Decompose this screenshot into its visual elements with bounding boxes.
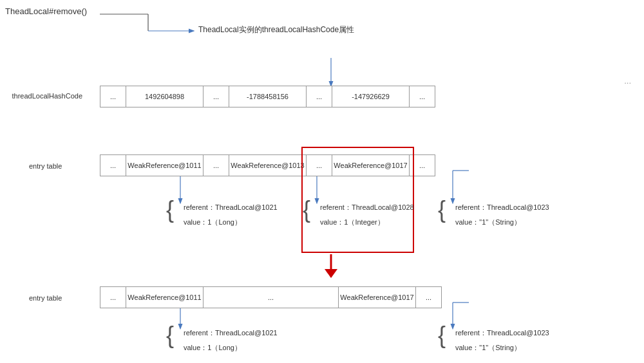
entry2-cell-3: WeakReference@1017 xyxy=(339,287,416,308)
hash-cell-2: ... xyxy=(204,86,229,107)
hash-cell-1: 1492604898 xyxy=(126,86,204,107)
threadlocalhashcode-label: threadLocalHashCode xyxy=(5,92,82,100)
top-method-label: TheadLocal#remove() xyxy=(5,6,87,16)
hash-cell-0: ... xyxy=(100,86,126,107)
entry2-cell-0: ... xyxy=(100,287,126,308)
top-ellipsis: ... xyxy=(624,76,631,86)
hash-cell-5: -147926629 xyxy=(332,86,410,107)
entry-row-table-1: ... WeakReference@1011 ... WeakReference… xyxy=(100,154,435,176)
hash-cell-4: ... xyxy=(307,86,332,107)
entry1-cell-4: ... xyxy=(307,155,332,176)
entry2-brace: { xyxy=(303,198,310,221)
entry1-value: value：1（Long） xyxy=(184,218,242,227)
entry1-cell-0: ... xyxy=(100,155,126,176)
hash-cell-3: -1788458156 xyxy=(229,86,307,107)
entry1-cell-1: WeakReference@1011 xyxy=(126,155,204,176)
entry4-value: value：1（Long） xyxy=(184,343,242,353)
arrow-label: TheadLocal实例的threadLocalHashCode属性 xyxy=(198,24,354,35)
entry-table-label-2: entry table xyxy=(29,294,62,302)
entry4-brace: { xyxy=(166,324,174,347)
entry1-cell-6: ... xyxy=(410,155,435,176)
entry1-cell-5: WeakReference@1017 xyxy=(332,155,410,176)
entry3-value: value："1"（String） xyxy=(455,218,521,227)
entry1-brace: { xyxy=(166,198,174,221)
entry1-cell-2: ... xyxy=(204,155,229,176)
entry5-value: value："1"（String） xyxy=(455,343,521,353)
entry1-referent: referent：ThreadLocal@1021 xyxy=(184,203,278,212)
hash-cell-6: ... xyxy=(410,86,435,107)
entry3-referent: referent：ThreadLocal@1023 xyxy=(455,203,549,212)
entry2-cell-1: WeakReference@1011 xyxy=(126,287,204,308)
svg-marker-11 xyxy=(325,269,337,278)
entry2-referent: referent：ThreadLocal@1028 xyxy=(320,203,414,212)
entry1-cell-3: WeakReference@1013 xyxy=(229,155,307,176)
entry4-referent: referent：ThreadLocal@1021 xyxy=(184,328,278,338)
diagram: TheadLocal#remove() TheadLocal实例的threadL… xyxy=(0,0,644,363)
entry-table-label-1: entry table xyxy=(29,162,62,170)
entry2-cell-2: ... xyxy=(204,287,339,308)
diagram-svg xyxy=(0,0,644,363)
entry2-value: value：1（Integer） xyxy=(320,218,384,227)
entry-row-table-2: ... WeakReference@1011 ... WeakReference… xyxy=(100,286,442,308)
entry3-brace: { xyxy=(438,198,446,221)
entry5-brace: { xyxy=(438,324,446,347)
entry5-referent: referent：ThreadLocal@1023 xyxy=(455,328,549,338)
entry2-cell-4: ... xyxy=(416,287,442,308)
hash-row-table: ... 1492604898 ... -1788458156 ... -1479… xyxy=(100,86,435,107)
